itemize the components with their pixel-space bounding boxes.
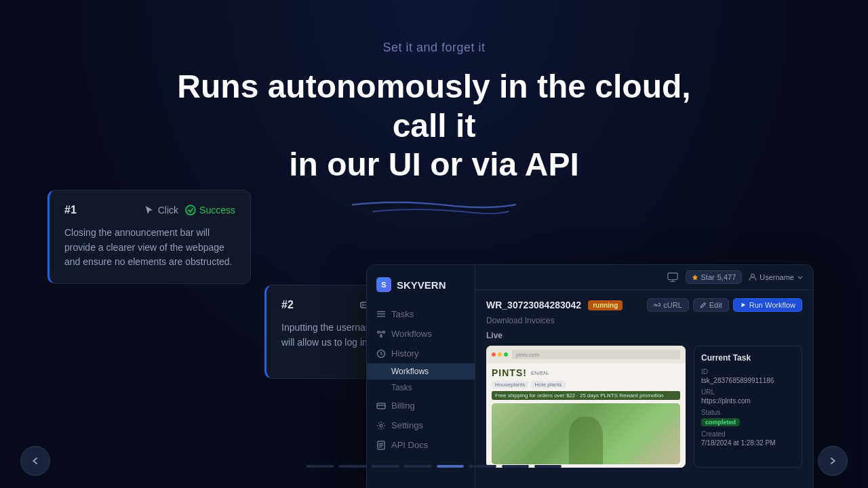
- dot-7: [502, 465, 529, 468]
- logo-icon: S: [376, 277, 391, 292]
- username-label: Username: [760, 273, 794, 281]
- task-panel-title: Current Task: [701, 353, 795, 363]
- sidebar-item-settings[interactable]: Settings: [367, 415, 475, 435]
- svg-point-8: [378, 331, 380, 333]
- card-1-header: #1 Click Success: [64, 204, 235, 216]
- svg-marker-24: [692, 274, 697, 280]
- live-label: Live: [486, 331, 802, 340]
- workflow-tag: running: [588, 300, 623, 310]
- svg-point-16: [380, 424, 382, 427]
- svg-marker-26: [741, 303, 745, 308]
- star-badge: Star 5,477: [686, 270, 743, 284]
- skyvern-logo: S SKYVERN: [367, 277, 475, 304]
- status-label-1: Success: [199, 205, 235, 216]
- url-text: plnts.com: [516, 352, 539, 358]
- nav-holeplants: Hole plants: [531, 381, 565, 388]
- task-url-label: URL: [701, 388, 795, 396]
- step-card-1: #1 Click Success: [47, 190, 251, 284]
- sidebar-apidocs-label: API Docs: [391, 440, 428, 450]
- next-arrow-button[interactable]: [818, 446, 848, 476]
- link-icon: [654, 302, 660, 308]
- page-wrapper: Set it and forget it Runs autonomously i…: [0, 0, 868, 488]
- plant-image-area: [492, 403, 680, 464]
- dot-8: [534, 465, 561, 468]
- task-id-value: tsk_2837685899911186: [701, 377, 795, 384]
- sidebar-item-history[interactable]: History: [367, 344, 475, 363]
- dot-6: [469, 465, 496, 468]
- dot-3: [372, 465, 399, 468]
- step-2-number: #2: [281, 299, 294, 311]
- browser-url-bar: plnts.com: [512, 350, 680, 359]
- chevron-left-icon: [29, 455, 41, 467]
- svg-rect-6: [377, 313, 385, 314]
- task-url-value: https://plnts.com: [701, 397, 795, 405]
- logo-text: SKYVERN: [397, 279, 446, 291]
- star-label: Star: [701, 273, 715, 281]
- task-field-created: Created 7/18/2024 at 1:28:32 PM: [701, 430, 795, 447]
- task-status-label: Status: [701, 409, 795, 416]
- svg-rect-21: [667, 273, 677, 280]
- sidebar-settings-label: Settings: [391, 420, 423, 430]
- prev-arrow-button[interactable]: [20, 446, 50, 476]
- check-circle-icon-1: [185, 205, 196, 216]
- app-main: Star 5,477 Username WR_30723: [475, 265, 813, 488]
- curl-button[interactable]: cURL: [647, 298, 689, 312]
- live-row: plnts.com PINTS! EN/EN- Houseplants Hole…: [486, 346, 802, 468]
- cursor-icon: [144, 205, 155, 216]
- card-1-description: Closing the announcement bar will provid…: [64, 226, 235, 270]
- sidebar-history-label: History: [391, 348, 418, 359]
- chevron-right-icon: [827, 455, 839, 467]
- sidebar-tasks-label: Tasks: [391, 309, 414, 319]
- main-title: Runs autonomously in the cloud, call it …: [176, 67, 692, 184]
- sidebar-sub-workflows[interactable]: Workflows: [367, 363, 475, 380]
- success-badge-1: Success: [185, 205, 235, 216]
- star-count: 5,477: [717, 273, 736, 281]
- workflow-content: WR_30723084283042 running cURL: [475, 290, 813, 488]
- settings-icon: [376, 421, 386, 430]
- sidebar-item-workflows[interactable]: Workflows: [367, 324, 475, 344]
- svg-point-9: [383, 331, 385, 333]
- dot-5-active: [437, 465, 464, 468]
- app-sidebar: S SKYVERN Tasks Workfl: [367, 265, 475, 488]
- workflow-actions: cURL Edit Run Workflow: [647, 298, 802, 312]
- svg-rect-7: [377, 316, 385, 317]
- sidebar-sub-tasks[interactable]: Tasks: [367, 380, 475, 396]
- header-section: Set it and forget it Runs autonomously i…: [0, 0, 868, 217]
- minimize-dot: [498, 352, 502, 357]
- title-line2: in our UI or via API: [289, 146, 579, 182]
- task-id-label: ID: [701, 368, 795, 375]
- run-workflow-button[interactable]: Run Workflow: [733, 298, 802, 312]
- sidebar-item-tasks[interactable]: Tasks: [367, 304, 475, 324]
- task-field-url: URL https://plnts.com: [701, 388, 795, 405]
- task-field-status: Status completed: [701, 409, 795, 426]
- star-icon: [692, 274, 698, 281]
- promo-bar: Free shipping for orders over $22 · 25 d…: [492, 391, 680, 400]
- play-icon: [740, 302, 747, 308]
- edit-button[interactable]: Edit: [693, 298, 729, 312]
- current-task-panel: Current Task ID tsk_2837685899911186 URL…: [694, 346, 802, 468]
- close-dot: [492, 352, 496, 357]
- svg-rect-14: [377, 403, 385, 409]
- subtitle: Set it and forget it: [0, 41, 868, 55]
- workflows-icon: [376, 329, 386, 339]
- chevron-down-icon: [797, 274, 804, 281]
- workflow-id-row: WR_30723084283042 running cURL: [486, 298, 802, 312]
- app-mockup: S SKYVERN Tasks Workfl: [366, 264, 814, 488]
- monitor-icon: [667, 271, 679, 283]
- svg-rect-5: [377, 311, 385, 312]
- history-icon: [376, 349, 386, 359]
- sidebar-item-billing[interactable]: Billing: [367, 396, 475, 415]
- maximize-dot: [504, 352, 508, 357]
- username-badge: Username: [749, 273, 804, 281]
- click-badge: Click: [144, 205, 178, 216]
- edit-icon: [700, 302, 707, 308]
- sidebar-item-apidocs[interactable]: API Docs: [367, 435, 475, 455]
- browser-content: PINTS! EN/EN- Houseplants Hole plants Fr…: [486, 363, 686, 468]
- task-created-label: Created: [701, 430, 795, 438]
- billing-icon: [376, 401, 386, 411]
- nav-pills: Houseplants Hole plants: [492, 381, 680, 388]
- browser-bar: plnts.com: [486, 346, 686, 363]
- task-created-value: 7/18/2024 at 1:28:32 PM: [701, 439, 795, 447]
- pagination-dots: [307, 465, 561, 468]
- dot-4: [404, 465, 431, 468]
